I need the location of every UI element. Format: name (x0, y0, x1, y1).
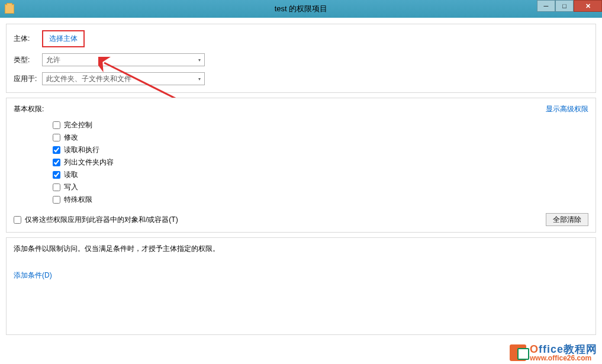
permission-row[interactable]: 特殊权限 (53, 195, 588, 205)
select-principal-link[interactable]: 选择主体 (49, 34, 78, 43)
permission-checkbox[interactable] (53, 134, 60, 141)
permission-row[interactable]: 读取 (53, 170, 588, 180)
conditions-panel: 添加条件以限制访问。仅当满足条件时，才授予主体指定的权限。 添加条件(D) (6, 237, 596, 335)
minimize-button[interactable]: ─ (537, 0, 555, 12)
permission-checkbox[interactable] (53, 183, 60, 191)
principal-label: 主体: (14, 34, 42, 44)
permissions-checklist: 完全控制修改读取和执行列出文件夹内容读取写入特殊权限 (53, 120, 588, 205)
type-row: 类型: 允许 ▾ (14, 53, 588, 66)
permission-label: 列出文件夹内容 (64, 157, 114, 167)
permissions-bottom-row: 仅将这些权限应用到此容器中的对象和/或容器(T) 全部清除 (14, 213, 588, 226)
watermark-brand: Office教程网 (530, 344, 597, 355)
principal-row: 主体: 选择主体 (14, 30, 588, 47)
only-apply-checkbox-row[interactable]: 仅将这些权限应用到此容器中的对象和/或容器(T) (14, 215, 178, 225)
permission-checkbox[interactable] (53, 196, 60, 204)
permission-checkbox[interactable] (53, 121, 60, 129)
content-area: 主体: 选择主体 类型: 允许 ▾ 应用于: 此文件夹、子文件夹和文件 ▾ (0, 18, 602, 346)
maximize-button[interactable]: □ (555, 0, 574, 12)
applies-to-label: 应用于: (14, 74, 42, 84)
close-button[interactable]: ✕ (574, 0, 602, 12)
permission-label: 完全控制 (64, 120, 92, 130)
window-controls: ─ □ ✕ (537, 0, 602, 12)
type-select[interactable]: 允许 ▾ (42, 53, 205, 66)
show-advanced-link[interactable]: 显示高级权限 (546, 104, 588, 114)
permission-label: 读取 (64, 170, 78, 180)
permission-row[interactable]: 完全控制 (53, 120, 588, 130)
permission-row[interactable]: 修改 (53, 133, 588, 143)
permission-label: 写入 (64, 182, 78, 192)
conditions-description: 添加条件以限制访问。仅当满足条件时，才授予主体指定的权限。 (14, 244, 588, 254)
clear-all-button[interactable]: 全部清除 (546, 213, 588, 226)
add-condition-link[interactable]: 添加条件(D) (14, 271, 52, 279)
permission-row[interactable]: 读取和执行 (53, 145, 588, 155)
titlebar: test 的权限项目 ─ □ ✕ (0, 0, 602, 18)
type-label: 类型: (14, 55, 42, 65)
permission-label: 读取和执行 (64, 145, 99, 155)
permissions-panel: 基本权限: 显示高级权限 完全控制修改读取和执行列出文件夹内容读取写入特殊权限 … (6, 98, 596, 233)
type-value: 允许 (46, 55, 60, 65)
watermark-url: www.office26.com (530, 355, 597, 362)
principal-panel: 主体: 选择主体 类型: 允许 ▾ 应用于: 此文件夹、子文件夹和文件 ▾ (6, 24, 596, 93)
folder-icon (5, 4, 14, 14)
permission-checkbox[interactable] (53, 159, 60, 166)
permission-checkbox[interactable] (53, 171, 60, 179)
window-title: test 的权限项目 (275, 4, 328, 14)
chevron-down-icon: ▾ (198, 76, 201, 82)
watermark-logo-icon (510, 344, 526, 361)
chevron-down-icon: ▾ (198, 57, 201, 63)
permission-label: 特殊权限 (64, 195, 92, 205)
applies-to-row: 应用于: 此文件夹、子文件夹和文件 ▾ (14, 72, 588, 85)
only-apply-label: 仅将这些权限应用到此容器中的对象和/或容器(T) (25, 215, 178, 225)
watermark: Office教程网 www.office26.com (510, 344, 597, 362)
permission-row[interactable]: 写入 (53, 182, 588, 192)
permission-label: 修改 (64, 133, 78, 143)
permission-row[interactable]: 列出文件夹内容 (53, 157, 588, 167)
applies-to-select[interactable]: 此文件夹、子文件夹和文件 ▾ (42, 72, 205, 85)
applies-to-value: 此文件夹、子文件夹和文件 (46, 74, 131, 84)
watermark-text: Office教程网 www.office26.com (530, 344, 597, 362)
permission-checkbox[interactable] (53, 146, 60, 154)
permissions-title: 基本权限: (14, 104, 588, 114)
select-principal-highlight: 选择主体 (42, 30, 85, 47)
only-apply-checkbox[interactable] (14, 216, 21, 224)
